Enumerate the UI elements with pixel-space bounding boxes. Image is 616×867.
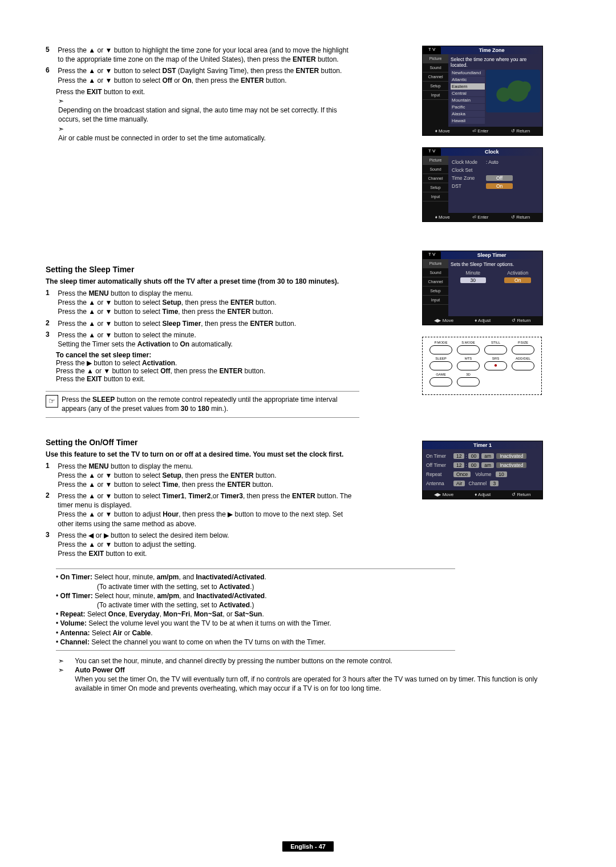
antenna-value: Air <box>453 481 465 486</box>
step-number: 3 <box>46 330 56 338</box>
foot-move: ♦ Move <box>435 128 450 134</box>
foot-lr-move: ◀▶ Move <box>434 492 453 497</box>
step-number: 5 <box>46 46 56 54</box>
sidebar-item-setup: Setup <box>423 183 448 192</box>
note-row: You can set the hour, minute, and channe… <box>58 656 570 666</box>
sidebar-item-input: Input <box>423 91 448 100</box>
channel-value: 3 <box>490 481 499 486</box>
antenna-label: Antenna <box>426 481 452 486</box>
step-number: 6 <box>46 66 56 74</box>
remote-btn: P.SIZE <box>512 345 534 354</box>
section-heading: Setting the On/Off Timer <box>46 438 359 447</box>
clock-set-label: Clock Set <box>452 167 486 173</box>
osd-timezone: T V Time Zone Picture Sound Channel Setu… <box>422 46 543 136</box>
note-row: Auto Power Off When you set the timer On… <box>58 666 570 693</box>
foot-adjust: ♦ Adjust <box>475 492 491 497</box>
remote-btn: S.MODE <box>457 345 480 354</box>
timer1-osd-col: Timer 1 On Timer 12: 00 am Inactivated O… <box>422 424 570 511</box>
remote-diagram: P.MODE S.MODE STILL P.SIZE SLEEP MTS SRS… <box>422 337 542 395</box>
activated-value: Inactivated <box>496 462 526 468</box>
sidebar-item-channel: Channel <box>423 277 448 287</box>
osd-tv-tab: T V <box>423 148 441 156</box>
list-item: On Timer: Select hour, minute, am/pm, an… <box>56 572 455 591</box>
clock-mode-label: Clock Mode <box>452 159 486 165</box>
sidebar-item-channel: Channel <box>423 72 448 82</box>
osd-footer: ◀▶ Move ♦ Adjust ↺ Return <box>423 490 542 499</box>
foot-return: ↺ Return <box>511 128 530 134</box>
list-item: Repeat: Select Once, Everyday, Mon~Fri, … <box>56 610 455 619</box>
step-text: Press the ▲ or ▼ button to select the mi… <box>58 330 354 349</box>
list-item: Channel: Select the channel you want to … <box>56 638 455 647</box>
minute-value: 00 <box>468 462 479 468</box>
manual-steps-top: 5 Press the ▲ or ▼ button to highlight t… <box>46 46 359 143</box>
step-number: 1 <box>46 289 56 297</box>
list-item: Off Timer: Select hour, minute, am/pm, a… <box>56 591 455 610</box>
foot-adjust: ♦ Adjust <box>475 318 491 323</box>
list-item: Antenna: Select Air or Cable. <box>56 628 455 638</box>
remote-btn: P.MODE <box>429 345 452 354</box>
section-heading: Setting the Sleep Timer <box>46 265 359 274</box>
osd-title: Clock <box>441 148 542 156</box>
osd-clock: T V Clock Picture Sound Channel Setup In… <box>422 147 543 222</box>
step-text: Press the ▲ or ▼ button to select Sleep … <box>58 319 354 328</box>
cancel-sleep-block: To cancel the set sleep timer: Press the… <box>56 351 359 383</box>
sidebar-item-channel: Channel <box>423 174 448 183</box>
osd-sidebar: Picture Sound Channel Setup Input <box>423 156 448 213</box>
remote-btn: STILL <box>484 345 507 354</box>
clock-dst-label: DST <box>452 183 486 189</box>
timer-settings-box: On Timer: Select hour, minute, am/pm, an… <box>56 568 455 651</box>
sidebar-item-picture: Picture <box>423 156 448 165</box>
section-intro: Use this feature to set the TV to turn o… <box>46 450 359 458</box>
sidebar-item-input: Input <box>423 192 448 201</box>
clock-dst-value: On <box>486 183 513 189</box>
sleep-osd-col: T V Sleep Timer Picture Sound Channel Se… <box>422 251 570 395</box>
sleep-activation-value: On <box>504 277 531 283</box>
timezone-map-illustration <box>486 70 540 112</box>
timezone-list: Newfoundland Atlantic Eastern Central Mo… <box>451 70 485 124</box>
page-footer: English - 47 <box>0 843 616 850</box>
on-timer-label: On Timer <box>426 453 452 459</box>
off-timer-label: Off Timer <box>426 462 452 468</box>
step-text: Press the ▲ or ▼ button to highlight the… <box>58 46 354 64</box>
foot-enter: ⏎ Enter <box>472 215 488 220</box>
repeat-label: Repeat <box>426 471 452 477</box>
note-row: Depending on the broadcast station and s… <box>58 96 359 124</box>
tz-option: Newfoundland <box>451 70 485 76</box>
col-minute: Minute <box>451 270 496 276</box>
osd-sleep-timer: T V Sleep Timer Picture Sound Channel Se… <box>422 251 543 325</box>
osd-tv-tab: T V <box>423 46 441 54</box>
foot-move: ♦ Move <box>435 215 450 220</box>
sidebar-item-setup: Setup <box>423 287 448 296</box>
osd-banner: Sets the Sleep Timer options. <box>451 261 540 269</box>
activated-value: Inactivated <box>496 453 526 459</box>
clock-tz-label: Time Zone <box>452 175 486 181</box>
remote-btn: ADD/DEL <box>512 361 534 370</box>
sidebar-item-setup: Setup <box>423 82 448 91</box>
foot-return: ↺ Return <box>512 318 530 323</box>
auto-power-off-body: When you set the timer On, the TV will e… <box>75 675 537 692</box>
osd-sidebar: Picture Sound Channel Setup Input <box>423 54 448 127</box>
clock-tz-value: Off <box>486 175 513 181</box>
tz-option: Alaska <box>451 111 485 117</box>
foot-return: ↺ Return <box>511 215 530 220</box>
channel-label: Channel <box>466 481 489 486</box>
foot-enter: ⏎ Enter <box>472 128 488 134</box>
tz-option: Mountain <box>451 97 485 103</box>
step-text: Press the MENU button to display the men… <box>58 462 354 490</box>
volume-label: Volume <box>472 471 495 477</box>
osd-banner: Select the time zone where you are locat… <box>451 57 540 70</box>
note-row: Air or cable must be connected in order … <box>58 124 359 143</box>
step-number: 2 <box>46 319 56 327</box>
sidebar-item-sound: Sound <box>423 63 448 72</box>
osd-footer: ♦ Move ⏎ Enter ↺ Return <box>423 127 542 135</box>
osd-footer: ♦ Move ⏎ Enter ↺ Return <box>423 213 542 221</box>
osd-title: Time Zone <box>441 46 542 54</box>
list-item: Volume: Select the volume level you want… <box>56 619 455 628</box>
sidebar-item-picture: Picture <box>423 259 448 268</box>
repeat-value: Once <box>453 471 471 477</box>
step-number: 3 <box>46 531 56 539</box>
tz-option-selected: Eastern <box>451 83 485 90</box>
tz-option: Atlantic <box>451 76 485 83</box>
osd-timer1: Timer 1 On Timer 12: 00 am Inactivated O… <box>422 441 543 499</box>
remote-btn-sleep: SLEEP <box>429 361 452 370</box>
